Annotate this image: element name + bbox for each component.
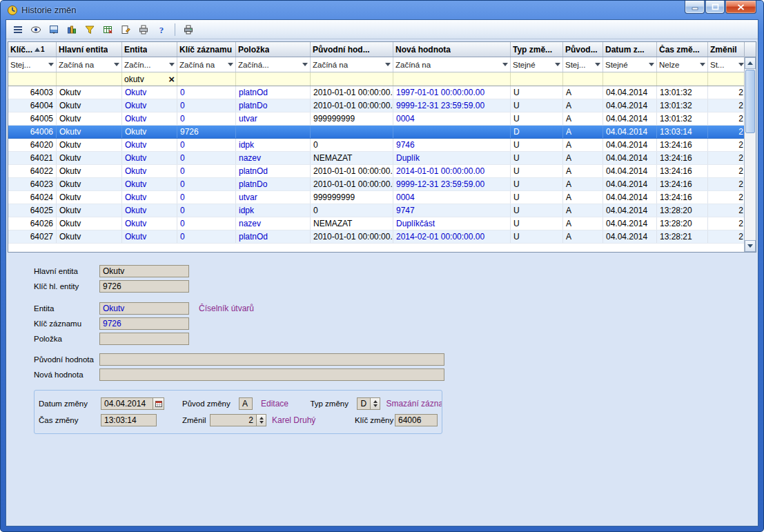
- panel-toggle-button[interactable]: [46, 22, 62, 37]
- grid-cell[interactable]: 2: [708, 126, 744, 138]
- grid-cell[interactable]: A: [563, 230, 603, 243]
- column-header-2[interactable]: Hlavní entita: [57, 42, 122, 57]
- grid-cell[interactable]: nazev: [236, 217, 311, 230]
- grid-cell[interactable]: 0: [177, 112, 236, 125]
- grid-cell[interactable]: 9746: [393, 139, 511, 151]
- filter-operator-dropdown-3[interactable]: Začín...: [122, 57, 177, 72]
- grid-cell[interactable]: 1997-01-01 00:00:00.00: [393, 86, 511, 99]
- grid-row[interactable]: 64023OkutvOkutv0platnDo2010-01-01 00:00:…: [8, 178, 744, 191]
- grid-cell[interactable]: 64004: [8, 99, 57, 112]
- klic-hl-entity-field[interactable]: 9726: [99, 280, 189, 293]
- grid-cell[interactable]: 2: [708, 165, 744, 177]
- filter-value-cell-6[interactable]: [311, 72, 393, 86]
- filter-value-cell-4[interactable]: [177, 72, 236, 86]
- grid-cell[interactable]: A: [563, 204, 603, 217]
- grid-cell[interactable]: 64003: [8, 86, 57, 99]
- grid-cell[interactable]: 0004: [393, 112, 511, 125]
- grid-cell[interactable]: 2: [708, 152, 744, 164]
- grid-cell[interactable]: Okutv: [122, 139, 177, 151]
- hlavni-entita-field[interactable]: Okutv: [99, 265, 189, 277]
- grid-cell[interactable]: 2010-01-01 00:00:00.00: [311, 86, 393, 99]
- grid-cell[interactable]: 0004: [393, 191, 511, 204]
- grid-cell[interactable]: U: [511, 230, 563, 243]
- grid-cell[interactable]: 04.04.2014: [603, 86, 657, 99]
- filter-value-cell-9[interactable]: [563, 72, 603, 86]
- filter-value-cell-2[interactable]: [57, 72, 122, 86]
- grid-cell[interactable]: utvar: [236, 112, 311, 125]
- grid-cell[interactable]: [311, 126, 393, 138]
- grid-cell[interactable]: NEMAZAT: [311, 217, 393, 230]
- grid-cell[interactable]: D: [511, 126, 563, 138]
- grid-cell[interactable]: Okutv: [122, 165, 177, 177]
- grid-cell[interactable]: platnOd: [236, 165, 311, 177]
- grid-cell[interactable]: U: [511, 152, 563, 164]
- grid-cell[interactable]: A: [563, 191, 603, 204]
- grid-cell[interactable]: 64025: [8, 204, 57, 217]
- grid-cell[interactable]: 64022: [8, 165, 57, 177]
- filter-operator-dropdown-8[interactable]: Stejné: [511, 57, 563, 72]
- filter-value-cell-8[interactable]: [511, 72, 563, 86]
- grid-cell[interactable]: 13:01:32: [657, 112, 708, 125]
- grid-cell[interactable]: platnOd: [236, 230, 311, 243]
- grid-cell[interactable]: A: [563, 165, 603, 177]
- column-header-8[interactable]: Typ změ...: [511, 42, 563, 57]
- grid-cell[interactable]: idpk: [236, 139, 311, 151]
- grid-cell[interactable]: 0: [177, 99, 236, 112]
- filter-button[interactable]: [81, 22, 98, 37]
- grid-cell[interactable]: 2: [708, 191, 744, 204]
- grid-cell[interactable]: A: [563, 126, 603, 138]
- calendar-button[interactable]: [153, 397, 164, 410]
- grid-cell[interactable]: 13:28:21: [657, 230, 708, 243]
- filter-operator-dropdown-9[interactable]: Stej...: [563, 57, 603, 72]
- grid-cell[interactable]: 13:01:32: [657, 99, 708, 112]
- grid-cell[interactable]: A: [563, 86, 603, 99]
- grid-cell[interactable]: 13:03:14: [657, 126, 708, 138]
- puvodni-hodnota-field[interactable]: [99, 353, 444, 366]
- view-button[interactable]: [28, 22, 44, 37]
- grid-cell[interactable]: 2010-01-01 00:00:00.00: [311, 99, 393, 112]
- grid-cell[interactable]: 13:28:20: [657, 204, 708, 217]
- print-preview-button[interactable]: [135, 22, 152, 37]
- print-button[interactable]: [180, 22, 197, 37]
- grid-row[interactable]: 64005OkutvOkutv0utvar9999999990004UA04.0…: [8, 112, 744, 126]
- grid-cell[interactable]: 0: [311, 139, 393, 151]
- maximize-button[interactable]: [705, 1, 725, 14]
- typ-zmeny-spinner[interactable]: [371, 397, 380, 410]
- grid-cell[interactable]: 04.04.2014: [603, 204, 657, 217]
- grid-cell[interactable]: 2: [708, 217, 744, 230]
- grid-cell[interactable]: Duplíkčást: [393, 217, 511, 230]
- filter-operator-dropdown-10[interactable]: Stejné: [603, 57, 657, 72]
- grid-cell[interactable]: 04.04.2014: [603, 191, 657, 204]
- grid-cell[interactable]: Okutv: [57, 112, 122, 125]
- filter-operator-dropdown-6[interactable]: Začíná na: [311, 57, 393, 72]
- grid-cell[interactable]: [236, 126, 311, 138]
- grid-cell[interactable]: Okutv: [57, 152, 122, 164]
- grid-cell[interactable]: Okutv: [122, 230, 177, 243]
- scroll-down-button[interactable]: [745, 240, 756, 252]
- grid-cell[interactable]: 04.04.2014: [603, 165, 657, 177]
- grid-cell[interactable]: 0: [311, 204, 393, 217]
- grid-row[interactable]: 64004OkutvOkutv0platnDo2010-01-01 00:00:…: [8, 99, 744, 112]
- filter-value-cell-5[interactable]: [236, 72, 311, 86]
- filter-operator-dropdown-11[interactable]: Nelze: [657, 57, 708, 72]
- grid-cell[interactable]: U: [511, 178, 563, 190]
- grid-cell[interactable]: U: [511, 139, 563, 151]
- grid-cell[interactable]: platnDo: [236, 178, 311, 190]
- column-header-5[interactable]: Položka: [236, 42, 311, 57]
- grid-cell[interactable]: Okutv: [122, 86, 177, 99]
- grid-cell[interactable]: A: [563, 112, 603, 125]
- filter-value-cell-7[interactable]: [393, 72, 511, 86]
- grid-cell[interactable]: 64026: [8, 217, 57, 230]
- grid-cell[interactable]: 2: [708, 178, 744, 190]
- grid-cell[interactable]: 04.04.2014: [603, 99, 657, 112]
- grid-cell[interactable]: 64020: [8, 139, 57, 151]
- grid-cell[interactable]: 0: [177, 165, 236, 177]
- column-header-7[interactable]: Nová hodnota: [393, 42, 511, 57]
- column-header-3[interactable]: Entita: [122, 42, 177, 57]
- grid-row[interactable]: 64024OkutvOkutv0utvar9999999990004UA04.0…: [8, 191, 744, 204]
- filter-operator-dropdown-7[interactable]: Začíná na: [393, 57, 511, 72]
- grid-row[interactable]: 64027OkutvOkutv0platnOd2010-01-01 00:00:…: [8, 230, 744, 244]
- grid-cell[interactable]: 04.04.2014: [603, 178, 657, 190]
- column-header-10[interactable]: Datum z...: [603, 42, 657, 57]
- grid-cell[interactable]: 0: [177, 217, 236, 230]
